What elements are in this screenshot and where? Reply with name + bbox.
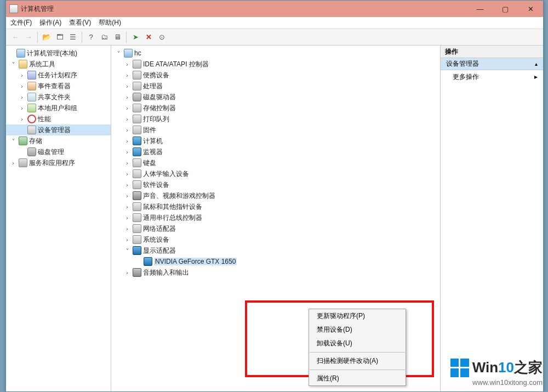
context-menu: 更新驱动程序(P) 禁用设备(D) 卸载设备(U) 扫描检测硬件改动(A) 属性… xyxy=(309,309,406,386)
console-tree[interactable]: ▸ 计算机管理(本地) ˅ 系统工具 › 任务计划程序 › 事件查看器 › 共享… xyxy=(6,46,111,391)
scan-button[interactable]: ⊙ xyxy=(156,31,168,43)
actions-more[interactable]: 更多操作 ▸ xyxy=(441,70,543,83)
users-icon xyxy=(27,104,36,112)
toolbar: ← → 📂 🗔 ☰ ? 🗂 🖥 ➤ ✕ ⊙ xyxy=(6,29,543,46)
tree-device-manager[interactable]: › 设备管理器 xyxy=(6,124,111,135)
device-print-queue[interactable]: ›打印队列 xyxy=(111,113,440,124)
nav-forward-button: → xyxy=(22,31,35,43)
ctx-uninstall-device[interactable]: 卸载设备(U) xyxy=(309,337,406,350)
ide-icon xyxy=(133,60,141,69)
collapse-icon[interactable]: ▴ xyxy=(535,61,538,67)
computer-management-window: 计算机管理 — ▢ ✕ 文件(F) 操作(A) 查看(V) 帮助(H) ← → … xyxy=(5,0,544,392)
system-icon xyxy=(133,235,141,244)
tree-root[interactable]: ▸ 计算机管理(本地) xyxy=(6,48,111,59)
computer-icon xyxy=(124,49,133,58)
device-system[interactable]: ›系统设备 xyxy=(111,234,440,245)
computer-cat-icon xyxy=(133,137,141,145)
device-firmware[interactable]: ›固件 xyxy=(111,124,440,135)
minimize-button[interactable]: — xyxy=(467,1,493,17)
storage-icon xyxy=(19,137,27,145)
device-sound[interactable]: ›声音、视频和游戏控制器 xyxy=(111,190,440,201)
device-manager-view[interactable]: ˅ hc ›IDE ATA/ATAPI 控制器 ›便携设备 ›处理器 ›磁盘驱动… xyxy=(111,46,441,391)
update-button[interactable]: ➤ xyxy=(129,31,141,43)
audio-io-icon xyxy=(133,268,141,277)
gpu-icon xyxy=(144,257,152,266)
disk-icon xyxy=(27,147,36,156)
show-hide-tree-button[interactable]: 🗔 xyxy=(54,31,66,43)
tree-storage[interactable]: ˅ 存储 xyxy=(6,135,111,146)
device-computer[interactable]: ›计算机 xyxy=(111,135,440,146)
device-mouse[interactable]: ›鼠标和其他指针设备 xyxy=(111,201,440,212)
usb-icon xyxy=(133,213,141,222)
ctx-properties[interactable]: 属性(R) xyxy=(309,372,406,385)
storage-ctrl-icon xyxy=(133,104,141,112)
portable-icon xyxy=(133,71,141,79)
chevron-right-icon: ▸ xyxy=(534,73,538,81)
devmgr-icon xyxy=(27,126,36,134)
sound-icon xyxy=(133,191,141,200)
help-button[interactable]: ? xyxy=(85,31,97,43)
task-icon xyxy=(27,71,36,79)
tree-system-tools[interactable]: ˅ 系统工具 xyxy=(6,59,111,70)
menu-help[interactable]: 帮助(H) xyxy=(99,18,121,27)
device-storage-ctrl[interactable]: ›存储控制器 xyxy=(111,103,440,113)
firmware-icon xyxy=(133,126,141,134)
device-disk-drives[interactable]: ›磁盘驱动器 xyxy=(111,92,440,103)
device-keyboard[interactable]: ›键盘 xyxy=(111,157,440,168)
network-icon xyxy=(133,224,141,233)
mouse-icon xyxy=(133,202,141,211)
device-display[interactable]: ˅显示适配器 xyxy=(111,245,440,256)
maximize-button[interactable]: ▢ xyxy=(493,1,518,17)
properties-button[interactable]: 🗂 xyxy=(98,31,110,43)
remove-button[interactable]: ✕ xyxy=(142,31,155,43)
device-display-item[interactable]: NVIDIA GeForce GTX 1650 xyxy=(111,256,440,267)
menu-view[interactable]: 查看(V) xyxy=(69,18,91,27)
disk-drive-icon xyxy=(133,93,141,101)
device-audio-io[interactable]: ›音频输入和输出 xyxy=(111,267,440,278)
tree-local-users[interactable]: › 本地用户和组 xyxy=(6,103,111,113)
details-button[interactable]: ☰ xyxy=(67,31,79,43)
ctx-disable-device[interactable]: 禁用设备(D) xyxy=(309,323,406,337)
perf-icon xyxy=(27,115,36,123)
tree-shared-folders[interactable]: › 共享文件夹 xyxy=(6,92,111,103)
hid-icon xyxy=(133,169,141,178)
tree-disk-mgmt[interactable]: › 磁盘管理 xyxy=(6,146,111,157)
ctx-update-driver[interactable]: 更新驱动程序(P) xyxy=(309,309,406,323)
actions-header: 操作 xyxy=(441,46,543,58)
menu-file[interactable]: 文件(F) xyxy=(10,18,32,27)
cpu-icon xyxy=(133,82,141,90)
device-usb[interactable]: ›通用串行总线控制器 xyxy=(111,212,440,223)
device-ide[interactable]: ›IDE ATA/ATAPI 控制器 xyxy=(111,59,440,70)
device-cpu[interactable]: ›处理器 xyxy=(111,81,440,92)
app-icon xyxy=(9,4,18,13)
tree-services-apps[interactable]: › 服务和应用程序 xyxy=(6,157,111,168)
ctx-separator xyxy=(310,370,405,370)
services-icon xyxy=(19,158,27,167)
keyboard-icon xyxy=(133,158,141,167)
tree-event-viewer[interactable]: › 事件查看器 xyxy=(6,81,111,92)
device-network[interactable]: ›网络适配器 xyxy=(111,223,440,234)
device-portable[interactable]: ›便携设备 xyxy=(111,70,440,81)
ctx-scan-hardware[interactable]: 扫描检测硬件改动(A) xyxy=(309,354,406,368)
actions-band[interactable]: 设备管理器 ▴ xyxy=(441,58,543,70)
tree-performance[interactable]: › 性能 xyxy=(6,113,111,124)
share-icon xyxy=(27,93,36,101)
device-root[interactable]: ˅ hc xyxy=(111,48,440,59)
title-bar[interactable]: 计算机管理 — ▢ ✕ xyxy=(6,1,543,17)
window-title: 计算机管理 xyxy=(21,4,54,14)
menu-action[interactable]: 操作(A) xyxy=(39,18,61,27)
menu-bar: 文件(F) 操作(A) 查看(V) 帮助(H) xyxy=(6,17,543,29)
computer-icon xyxy=(16,49,25,58)
tools-icon xyxy=(19,60,27,69)
up-button[interactable]: 📂 xyxy=(41,31,53,43)
device-monitor[interactable]: ›监视器 xyxy=(111,146,440,157)
event-icon xyxy=(27,82,36,90)
device-software[interactable]: ›软件设备 xyxy=(111,179,440,190)
display-icon xyxy=(133,246,141,255)
computers-button[interactable]: 🖥 xyxy=(111,31,123,43)
tree-task-scheduler[interactable]: › 任务计划程序 xyxy=(6,70,111,81)
device-hid[interactable]: ›人体学输入设备 xyxy=(111,168,440,179)
actions-pane: 操作 设备管理器 ▴ 更多操作 ▸ xyxy=(441,46,543,391)
nav-back-button: ← xyxy=(9,31,21,43)
close-button[interactable]: ✕ xyxy=(518,1,543,17)
